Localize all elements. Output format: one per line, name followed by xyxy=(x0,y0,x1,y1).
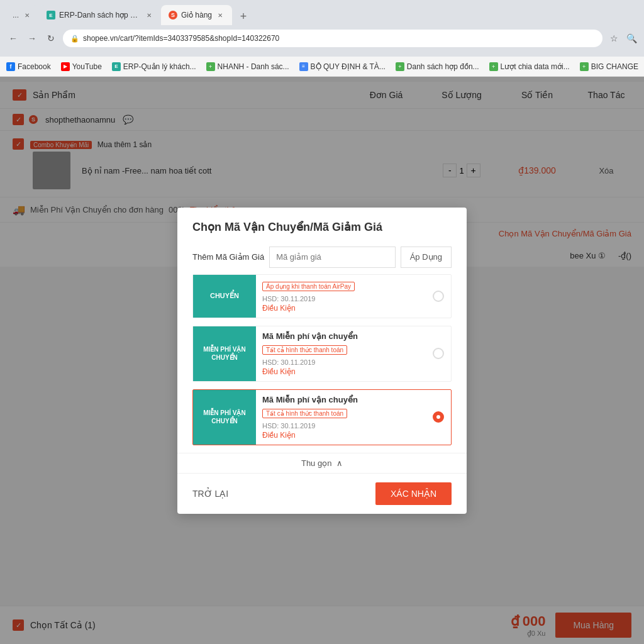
voucher-1-radio[interactable] xyxy=(426,275,451,318)
bookmark-nhanh-label: NHANH - Danh sác... xyxy=(218,62,289,71)
new-tab-button[interactable]: + xyxy=(235,8,252,25)
voucher-1-expire: HSD: 30.11.2019 xyxy=(262,295,419,303)
voucher-2-title: Mã Miễn phí vận chuyển xyxy=(262,331,419,341)
tab-2-close[interactable]: ✕ xyxy=(145,11,153,19)
fb-icon: f xyxy=(6,62,15,71)
voucher-2-expire: HSD: 30.11.2019 xyxy=(262,358,419,366)
voucher-1-radio-circle xyxy=(433,291,444,302)
tab-1-close[interactable]: ✕ xyxy=(23,11,31,19)
bookmark-luotchia[interactable]: + Lượt chia data mới... xyxy=(489,62,570,71)
address-input[interactable]: 🔒 shopee.vn/cart/?itemIds=3403379585&sho… xyxy=(63,30,602,47)
bookmark-facebook[interactable]: f Facebook xyxy=(6,62,51,71)
forward-button[interactable]: → xyxy=(25,31,39,45)
voucher-3-condition[interactable]: Điều Kiện xyxy=(262,431,419,440)
voucher-3-title: Mã Miễn phí vận chuyển xyxy=(262,395,419,404)
confirm-button[interactable]: XÁC NHẬN xyxy=(375,482,452,505)
modal-title: Chọn Mã Vận Chuyển/Mã Giảm Giá xyxy=(177,208,467,240)
browser-tab-1[interactable]: ... ✕ xyxy=(5,5,39,25)
voucher-2-badge: MIỄN PHÍ VẬN CHUYỂN xyxy=(193,326,256,381)
voucher-1-tag: Áp dụng khi thanh toán AirPay xyxy=(262,282,355,291)
doc-icon: ≡ xyxy=(299,62,308,71)
voucher-3-expire: HSD: 30.11.2019 xyxy=(262,422,419,430)
back-button[interactable]: TRỞ LẠI xyxy=(192,489,228,499)
bookmarks-bar: f Facebook ▶ YouTube E ERP-Quản lý khách… xyxy=(0,57,644,77)
list-icon: + xyxy=(396,62,404,71)
tab-1-label: ... xyxy=(13,11,19,19)
bookmark-facebook-label: Facebook xyxy=(18,62,51,71)
voucher-1-condition[interactable]: Điều Kiện xyxy=(262,304,419,313)
page-content: ✓ Sản Phẩm Đơn Giá Số Lượng Số Tiền Thao… xyxy=(0,77,644,644)
modal-overlay: Chọn Mã Vận Chuyển/Mã Giảm Giá Thêm Mã G… xyxy=(0,77,644,644)
collapse-icon: ∧ xyxy=(336,458,343,468)
voucher-2-condition-tag: Tất cả hình thức thanh toán xyxy=(262,345,347,355)
bigchange-icon: + xyxy=(580,62,589,71)
search-icon[interactable]: 🔍 xyxy=(625,32,638,45)
apply-button[interactable]: Áp Dụng xyxy=(401,247,452,268)
bookmark-youtube-label: YouTube xyxy=(72,62,102,71)
browser-tab-3[interactable]: S Giỏ hàng ✕ xyxy=(161,5,232,25)
yt-icon: ▶ xyxy=(61,62,70,71)
voucher-3-radio[interactable] xyxy=(426,390,451,445)
browser-chrome: ... ✕ E ERP-Danh sách hợp đồng ✕ S Giỏ h… xyxy=(0,0,644,57)
voucher-item-3[interactable]: MIỄN PHÍ VẬN CHUYỂN Mã Miễn phí vận chuy… xyxy=(192,389,452,445)
voucher-1-badge: CHUYỂN xyxy=(193,275,256,318)
voucher-2-details: Mã Miễn phí vận chuyển Tất cả hình thức … xyxy=(256,326,426,381)
tab-3-favicon: S xyxy=(169,11,177,19)
voucher-1-details: Áp dụng khi thanh toán AirPay HSD: 30.11… xyxy=(256,275,426,318)
bookmark-bigchange[interactable]: + BIG CHANGE xyxy=(580,62,638,71)
bookmark-star[interactable]: ☆ xyxy=(608,32,620,45)
voucher-list: CHUYỂN Áp dụng khi thanh toán AirPay HSD… xyxy=(177,274,467,453)
bookmark-boquydinh[interactable]: ≡ BỘ QUY ĐỊNH & TÀ... xyxy=(299,62,386,71)
coupon-label: Thêm Mã Giảm Giá xyxy=(192,252,264,262)
voucher-2-radio[interactable] xyxy=(426,326,451,381)
bookmark-erp[interactable]: E ERP-Quản lý khách... xyxy=(112,62,196,71)
bookmark-nhanh[interactable]: + NHANH - Danh sác... xyxy=(206,62,289,71)
voucher-3-details: Mã Miễn phí vận chuyển Tất cả hình thức … xyxy=(256,390,426,445)
modal-footer: TRỞ LẠI XÁC NHẬN xyxy=(177,473,467,514)
back-button[interactable]: ← xyxy=(6,31,20,45)
voucher-3-condition-tag: Tất cả hình thức thanh toán xyxy=(262,409,347,418)
address-bar: ← → ↻ 🔒 shopee.vn/cart/?itemIds=34033795… xyxy=(0,25,644,52)
bookmark-youtube[interactable]: ▶ YouTube xyxy=(61,62,102,71)
url-text: shopee.vn/cart/?itemIds=3403379585&shopI… xyxy=(83,34,279,43)
tab-3-close[interactable]: ✕ xyxy=(216,11,225,19)
voucher-2-condition[interactable]: Điều Kiện xyxy=(262,367,419,376)
voucher-3-badge: MIỄN PHÍ VẬN CHUYỂN xyxy=(193,390,256,445)
voucher-item-2[interactable]: MIỄN PHÍ VẬN CHUYỂN Mã Miễn phí vận chuy… xyxy=(192,326,452,382)
tab-3-label: Giỏ hàng xyxy=(181,11,212,19)
bookmark-danhsach-label: Danh sách hợp đồn... xyxy=(407,62,479,71)
voucher-item-1[interactable]: CHUYỂN Áp dụng khi thanh toán AirPay HSD… xyxy=(192,274,452,318)
bookmark-luotchia-label: Lượt chia data mới... xyxy=(501,62,570,71)
coupon-input[interactable] xyxy=(269,247,395,268)
coupon-input-row: Thêm Mã Giảm Giá Áp Dụng xyxy=(177,240,467,274)
voucher-2-radio-circle xyxy=(433,348,444,359)
share-icon: + xyxy=(489,62,498,71)
tab-2-favicon: E xyxy=(47,11,55,19)
browser-tab-2[interactable]: E ERP-Danh sách hợp đồng ✕ xyxy=(39,5,161,25)
reload-button[interactable]: ↻ xyxy=(44,31,58,45)
bookmark-boquydinh-label: BỘ QUY ĐỊNH & TÀ... xyxy=(311,62,386,71)
collapse-label: Thu gọn xyxy=(301,458,331,468)
tab-bar: ... ✕ E ERP-Danh sách hợp đồng ✕ S Giỏ h… xyxy=(0,0,644,25)
bookmark-danhsach[interactable]: + Danh sách hợp đồn... xyxy=(396,62,479,71)
voucher-3-radio-circle xyxy=(433,411,444,423)
nhanh-icon: + xyxy=(206,62,215,71)
voucher-modal: Chọn Mã Vận Chuyển/Mã Giảm Giá Thêm Mã G… xyxy=(177,208,467,514)
collapse-row[interactable]: Thu gọn ∧ xyxy=(177,453,467,473)
bookmark-bigchange-label: BIG CHANGE xyxy=(591,62,638,71)
bookmark-erp-label: ERP-Quản lý khách... xyxy=(123,62,196,71)
lock-icon: 🔒 xyxy=(70,35,79,43)
tab-2-label: ERP-Danh sách hợp đồng xyxy=(59,11,141,19)
erp-icon: E xyxy=(112,62,121,71)
